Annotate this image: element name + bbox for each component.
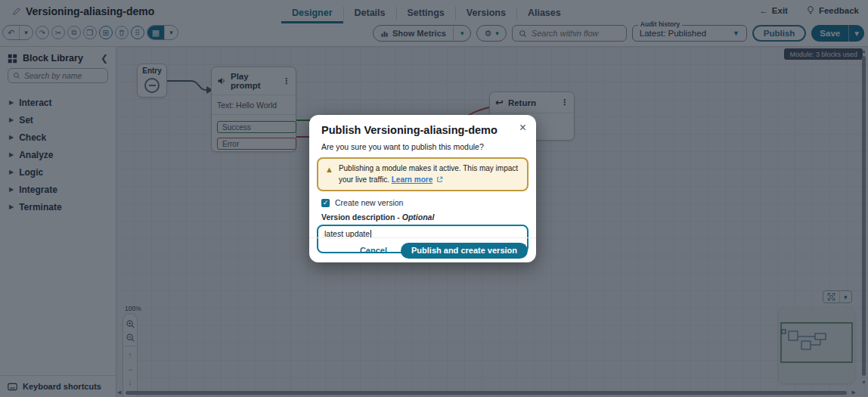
optional-label: Optional xyxy=(402,212,435,222)
cancel-button[interactable]: Cancel xyxy=(360,246,387,255)
publish-and-create-version-button[interactable]: Publish and create version xyxy=(401,243,528,259)
learn-more-link[interactable]: Learn more xyxy=(392,175,432,184)
publish-modal: × Publish Versioning-aliasing-demo Are y… xyxy=(309,115,536,262)
modal-title: Publish Versioning-aliasing-demo xyxy=(309,124,536,136)
version-description-label: Version description - xyxy=(321,212,400,222)
modal-question: Are you sure you want to publish this mo… xyxy=(309,142,536,151)
create-new-version-checkbox[interactable]: ✓ xyxy=(321,199,330,207)
close-icon[interactable]: × xyxy=(519,122,526,134)
flow-designer-app: Versioning-aliasing-demo Designer Detail… xyxy=(0,0,868,397)
warning-banner: ▲︎ Publishing a module makes it active. … xyxy=(317,157,529,191)
warning-icon: ▲︎ xyxy=(325,163,333,186)
create-new-version-label: Create new version xyxy=(335,198,403,207)
external-link-icon xyxy=(434,176,443,185)
